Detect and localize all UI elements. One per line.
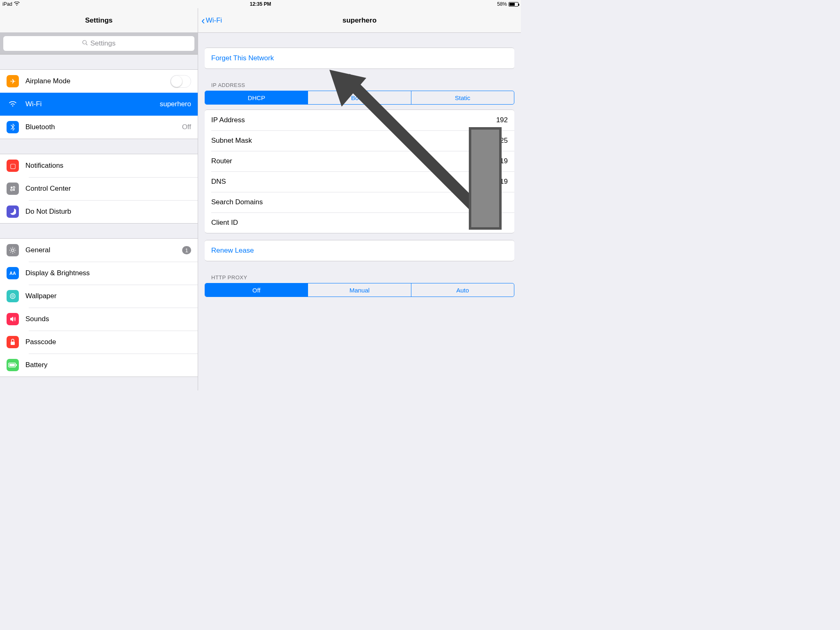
sidebar-item-airplane[interactable]: ✈ Airplane Mode (0, 70, 198, 93)
bluetooth-icon (7, 121, 19, 133)
svg-point-3 (13, 187, 15, 188)
battery-icon (509, 2, 518, 7)
svg-point-6 (11, 249, 14, 251)
seg-proxy-manual[interactable]: Manual (308, 283, 411, 297)
search-icon (82, 39, 88, 48)
svg-point-2 (11, 187, 12, 188)
sidebar-item-bluetooth[interactable]: Bluetooth Off (0, 116, 198, 139)
svg-rect-12 (16, 364, 17, 366)
sidebar-item-wallpaper[interactable]: Wallpaper (0, 285, 198, 308)
svg-point-5 (13, 189, 15, 191)
detail-pane: ‹ Wi-Fi superhero Forget This Network IP… (198, 8, 521, 390)
status-bar: iPad 12:35 PM 58% (0, 0, 521, 8)
moon-icon (7, 205, 19, 218)
wifi-row-icon (7, 98, 19, 110)
chevron-left-icon: ‹ (201, 15, 205, 26)
controlcenter-icon (7, 183, 19, 195)
row-subnet[interactable]: Subnet Mask 255.25 (205, 130, 514, 151)
svg-point-9 (12, 296, 13, 297)
search-placeholder: Settings (90, 39, 115, 48)
sidebar-item-passcode[interactable]: Passcode (0, 331, 198, 354)
display-icon: AA (7, 267, 19, 279)
sidebar-item-general[interactable]: General 1 (0, 239, 198, 262)
sidebar: Settings Settings ✈ Airplane Mode Wi-Fi … (0, 8, 198, 390)
battery-percent: 58% (497, 1, 507, 7)
detail-title: superhero (198, 16, 521, 25)
clock: 12:35 PM (84, 1, 436, 7)
redaction-box (469, 127, 502, 230)
seg-bootp[interactable]: BootP (308, 91, 411, 104)
ip-mode-segmented[interactable]: DHCP BootP Static (205, 91, 514, 105)
battery-row-icon (7, 359, 19, 371)
search-input[interactable]: Settings (3, 36, 194, 51)
notifications-icon: ▢ (7, 160, 19, 172)
airplane-toggle[interactable] (170, 75, 191, 88)
seg-proxy-auto[interactable]: Auto (411, 283, 514, 297)
row-router[interactable]: Router 19 (205, 151, 514, 171)
sidebar-item-display[interactable]: AA Display & Brightness (0, 262, 198, 285)
lock-icon (7, 336, 19, 348)
renew-lease-button[interactable]: Renew Lease (205, 240, 514, 261)
ip-section-header: IP ADDRESS (198, 75, 521, 91)
row-dns[interactable]: DNS 19 (205, 171, 514, 192)
forget-network-button[interactable]: Forget This Network (205, 48, 514, 68)
airplane-icon: ✈ (7, 75, 19, 87)
sidebar-item-wifi[interactable]: Wi-Fi superhero (0, 93, 198, 116)
sidebar-item-battery[interactable]: Battery (0, 354, 198, 377)
general-badge: 1 (182, 246, 191, 254)
sounds-icon (7, 313, 19, 325)
proxy-section-header: HTTP PROXY (198, 268, 521, 283)
row-ip-address[interactable]: IP Address 192 (205, 110, 514, 130)
search-wrap: Settings (0, 33, 198, 55)
sidebar-item-notifications[interactable]: ▢ Notifications (0, 154, 198, 177)
sidebar-item-dnd[interactable]: Do Not Disturb (0, 200, 198, 223)
wifi-icon (14, 1, 20, 7)
svg-rect-13 (9, 364, 15, 366)
sidebar-title: Settings (0, 8, 198, 33)
svg-point-0 (83, 41, 87, 44)
seg-dhcp[interactable]: DHCP (205, 91, 308, 104)
proxy-segmented[interactable]: Off Manual Auto (205, 283, 514, 297)
seg-static[interactable]: Static (411, 91, 514, 104)
row-search-domains[interactable]: Search Domains (205, 192, 514, 212)
svg-rect-10 (11, 342, 15, 345)
seg-proxy-off[interactable]: Off (205, 283, 308, 297)
detail-header: ‹ Wi-Fi superhero (198, 8, 521, 33)
row-client-id[interactable]: Client ID (205, 212, 514, 233)
back-button[interactable]: ‹ Wi-Fi (201, 15, 222, 26)
device-label: iPad (2, 1, 12, 7)
svg-point-4 (11, 189, 12, 191)
sidebar-item-controlcenter[interactable]: Control Center (0, 177, 198, 200)
wallpaper-icon (7, 290, 19, 302)
gear-icon (7, 244, 19, 256)
svg-line-1 (86, 44, 88, 46)
sidebar-item-sounds[interactable]: Sounds (0, 308, 198, 331)
